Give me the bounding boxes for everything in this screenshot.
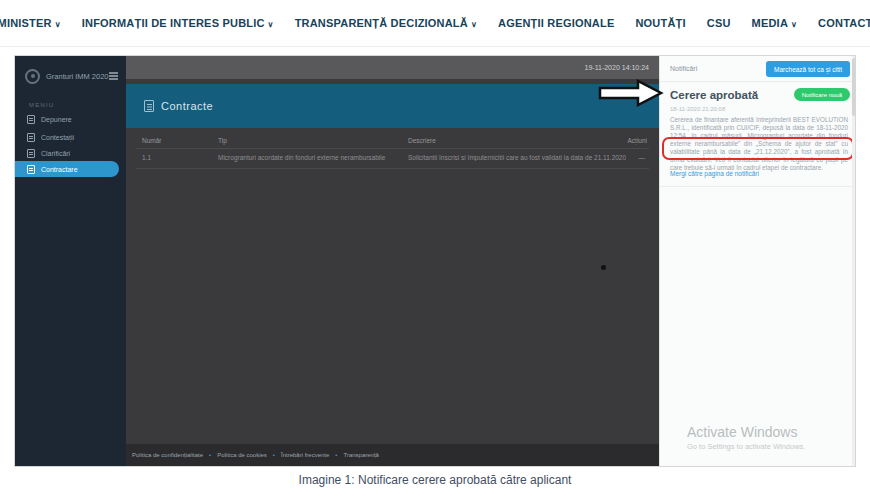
app-logo-text: Granturi IMM 2020 [46, 72, 109, 81]
app-footer: Politica de confidențialitate Politica d… [126, 444, 659, 466]
figure-caption: Imagine 1: Notificare cerere aprobată că… [0, 473, 870, 487]
nav-minister[interactable]: MINISTER [0, 17, 61, 29]
notifications-header: Notificări Marchează tot ca și citit [660, 56, 856, 82]
cell-tip: Microgranturi acordate din fonduri exter… [218, 154, 385, 161]
nav-label: NOUTĂȚI [635, 17, 685, 29]
document-icon [27, 115, 35, 124]
sidebar-item-contestatii[interactable]: Contestații [15, 129, 119, 145]
sidebar-item-clarificari[interactable]: Clarificări [15, 145, 119, 161]
footer-link-intrebari[interactable]: Întrebări frecvente [281, 452, 329, 458]
nav-transparenta-decizionala[interactable]: TRANSPARENȚĂ DECIZIONALĂ [295, 17, 477, 29]
notification-body: Cererea de finanțare aferentă întreprind… [670, 116, 848, 172]
app-sidebar: Granturi IMM 2020 MENIU Depunere Contest… [15, 56, 126, 466]
document-icon [27, 149, 35, 158]
nav-contact[interactable]: CONTACT [818, 17, 870, 29]
annotation-arrow [598, 79, 664, 107]
app-logo-icon [25, 69, 40, 84]
sidebar-item-depunere[interactable]: Depunere [15, 111, 119, 127]
hamburger-menu-icon[interactable] [109, 71, 118, 82]
nav-csu[interactable]: CSU [707, 17, 731, 29]
nav-label: CSU [707, 17, 731, 29]
contract-icon [144, 100, 154, 112]
cell-descriere: Solicitanții înscriși și împuterniciții … [408, 154, 626, 161]
app-logo-row: Granturi IMM 2020 [15, 64, 126, 88]
sidebar-item-label: Clarificări [41, 150, 70, 157]
nav-label: MEDIA [752, 17, 788, 29]
briefcase-icon [27, 165, 35, 174]
footer-link-cookies[interactable]: Politica de cookies [217, 452, 267, 458]
datetime-display: 19-11-2020 14:10:24 [585, 64, 649, 71]
scrollbar-thumb[interactable] [852, 58, 856, 116]
nav-media[interactable]: MEDIA [752, 17, 798, 29]
chevron-down-icon [55, 20, 61, 29]
table-divider [136, 148, 649, 149]
sidebar-item-label: Contractare [41, 166, 78, 173]
activate-windows-subtext: Go to Settings to activate Windows. [687, 442, 805, 451]
chevron-down-icon [471, 20, 477, 29]
notification-timestamp: 18-11-2020 21:20:08 [670, 106, 725, 112]
nav-label: CONTACT [818, 17, 870, 29]
annotation-dot [601, 265, 606, 270]
panel-scrollbar[interactable] [852, 56, 856, 466]
nav-label: AGENȚII REGIONALE [498, 17, 614, 29]
page-title: Contracte [161, 100, 213, 112]
go-to-notifications-link[interactable]: Mergi către pagina de notificări [670, 170, 759, 177]
sidebar-section-label: MENIU [29, 102, 54, 108]
app-topbar: 19-11-2020 14:10:24 [126, 56, 659, 79]
site-navbar: MINISTER INFORMAȚII DE INTERES PUBLIC TR… [0, 0, 870, 47]
sidebar-item-contractare[interactable]: Contractare [15, 161, 119, 177]
nav-noutati[interactable]: NOUTĂȚI [635, 17, 685, 29]
nav-label: TRANSPARENȚĂ DECIZIONALĂ [295, 17, 468, 29]
sidebar-item-label: Depunere [41, 116, 72, 123]
nav-label: MINISTER [0, 17, 52, 29]
footer-link-transparenta[interactable]: Transparență [343, 452, 378, 458]
bullet-separator [335, 452, 337, 458]
notification-title: Cerere aprobată [670, 89, 758, 101]
new-notification-badge: Notificare nouă [794, 88, 850, 101]
cell-numar: 1.1 [142, 154, 151, 161]
notifications-panel: Notificări Marchează tot ca și citit Cer… [659, 56, 856, 466]
divider [660, 186, 856, 187]
col-header-tip: Tip [218, 137, 227, 144]
sidebar-item-label: Contestații [41, 134, 74, 141]
col-header-actiuni: Acțiuni [627, 137, 647, 144]
nav-label: INFORMAȚII DE INTERES PUBLIC [82, 17, 265, 29]
cell-actiuni[interactable]: — [639, 154, 646, 161]
chevron-down-icon [268, 20, 274, 29]
notifications-title: Notificări [670, 65, 697, 72]
nav-informatii-interes-public[interactable]: INFORMAȚII DE INTERES PUBLIC [82, 17, 274, 29]
bullet-separator [273, 452, 275, 458]
activate-windows-watermark: Activate Windows [687, 424, 797, 440]
page: MINISTER INFORMAȚII DE INTERES PUBLIC TR… [0, 0, 870, 502]
page-header-band: Contracte [126, 84, 659, 128]
col-header-numar: Număr [142, 137, 162, 144]
dashboard-screenshot: Granturi IMM 2020 MENIU Depunere Contest… [14, 55, 856, 467]
chevron-down-icon [791, 20, 797, 29]
bullet-separator [209, 452, 211, 458]
document-icon [27, 133, 35, 142]
nav-agentii-regionale[interactable]: AGENȚII REGIONALE [498, 17, 614, 29]
mark-all-read-button[interactable]: Marchează tot ca și citit [766, 61, 850, 77]
table-divider [136, 168, 649, 169]
col-header-descriere: Descriere [408, 137, 436, 144]
app-main: 19-11-2020 14:10:24 Contracte Număr Tip … [126, 56, 659, 466]
footer-link-confidentialitate[interactable]: Politica de confidențialitate [132, 452, 203, 458]
